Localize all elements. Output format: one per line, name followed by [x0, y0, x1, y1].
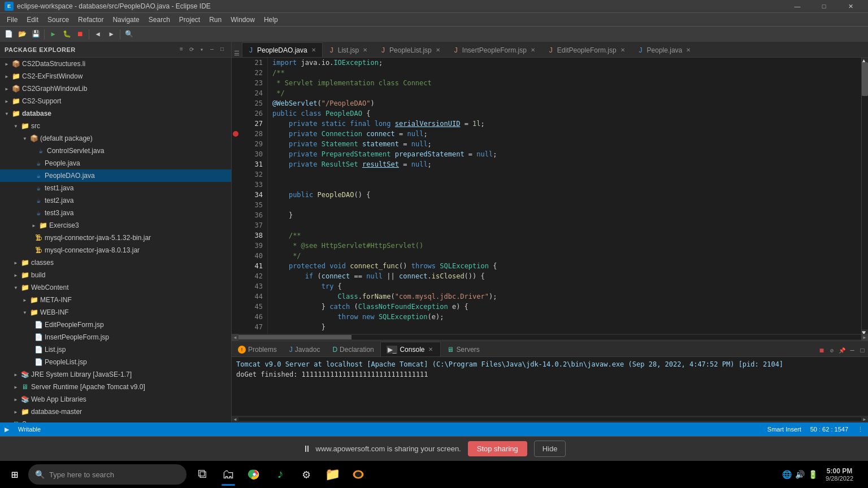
sidebar-item-cs2support[interactable]: ▶ 📁 CS2-Support — [0, 95, 231, 107]
maximize-panel-button[interactable]: □ — [858, 346, 867, 355]
sidebar-item-list[interactable]: 📄 List.jsp — [0, 343, 231, 356]
sidebar-item-database[interactable]: ▼ 📁 database — [0, 107, 231, 120]
horizontal-scrollbar[interactable]: ◀ ▶ — [232, 334, 868, 341]
stop-sharing-button[interactable]: Stop sharing — [468, 441, 527, 456]
sidebar-item-mysql5[interactable]: 🗜 mysql-connector-java-5.1.32-bin.jar — [0, 232, 231, 244]
sidebar-item-peopledao[interactable]: ☕ PeopleDAO.java — [0, 169, 231, 182]
sidebar-item-jre[interactable]: ▶ 📚 JRE System Library [JavaSE-1.7] — [0, 368, 231, 381]
link-with-editor-button[interactable]: ⟳ — [187, 45, 196, 54]
menu-refactor[interactable]: Refactor — [73, 14, 108, 26]
debug-button[interactable]: 🐛 — [60, 28, 73, 41]
scroll-left[interactable]: ◀ — [232, 334, 238, 341]
tab-peopledao[interactable]: J PeopleDAO.java ✕ — [242, 42, 323, 57]
code-content[interactable]: import java.io.IOException; /** * Servle… — [268, 58, 861, 334]
view-menu-button[interactable]: ▾ — [197, 45, 206, 54]
start-button[interactable]: ⊞ — [2, 462, 27, 487]
sidebar-item-mysql8[interactable]: 🗜 mysql-connector-java-8.0.13.jar — [0, 244, 231, 256]
minimize-button[interactable]: — — [784, 0, 810, 12]
panel-tab-problems[interactable]: ! Problems — [232, 342, 283, 356]
sidebar-item-exercise3[interactable]: ▶ 📁 Exercise3 — [0, 219, 231, 232]
spotify-app[interactable]: ♪ — [268, 462, 293, 487]
menu-navigate[interactable]: Navigate — [108, 14, 144, 26]
sidebar-content[interactable]: ▶ 📦 CS2DataStructures.li ▶ 📁 CS2-ExFirst… — [0, 58, 231, 422]
sidebar-item-insertpeople[interactable]: 📄 InsertPeopleForm.jsp — [0, 331, 231, 343]
explorer-app[interactable]: 🗂 — [216, 462, 241, 487]
minimize-panel-button[interactable]: — — [848, 346, 857, 355]
panel-scroll-left[interactable]: ◀ — [232, 417, 238, 422]
sidebar-item-server[interactable]: ▶ 🖥 Server Runtime [Apache Tomcat v9.0] — [0, 381, 231, 393]
scrollbar-track[interactable] — [862, 62, 868, 329]
menu-run[interactable]: Run — [205, 14, 226, 26]
sidebar-item-test3[interactable]: ☕ test3.java — [0, 207, 231, 219]
eclipse-app active[interactable] — [346, 462, 371, 487]
menu-help[interactable]: Help — [259, 14, 283, 26]
show-desktop-button[interactable] — [859, 462, 863, 487]
hide-button[interactable]: Hide — [534, 441, 566, 457]
vertical-scrollbar[interactable]: ▲ ▼ — [861, 58, 868, 334]
close-button[interactable]: ✕ — [837, 0, 863, 12]
tab-close-button[interactable]: ✕ — [434, 46, 442, 54]
sidebar-item-test1[interactable]: ☕ test1.java — [0, 182, 231, 194]
clear-console-button[interactable]: ⊘ — [827, 346, 836, 355]
stop-button[interactable]: ⏹ — [74, 28, 86, 41]
sidebar-item-webcontent[interactable]: ▼ 📁 WebContent — [0, 281, 231, 294]
run-button[interactable]: ▶ — [47, 28, 59, 41]
new-button[interactable]: 📄 — [2, 28, 15, 41]
menu-window[interactable]: Window — [226, 14, 259, 26]
stop-console-button[interactable]: ■ — [817, 346, 826, 355]
menu-project[interactable]: Project — [175, 14, 205, 26]
tab-close-button[interactable]: ✕ — [310, 46, 318, 54]
tab-close-button[interactable]: ✕ — [619, 46, 627, 54]
sidebar-item-src[interactable]: ▼ 📁 src — [0, 120, 231, 132]
sidebar-item-test2[interactable]: ☕ test2.java — [0, 194, 231, 207]
files-app[interactable]: 📁 — [320, 462, 345, 487]
sidebar-item-webapp-libs[interactable]: ▶ 📚 Web App Libraries — [0, 393, 231, 406]
sidebar-item-people[interactable]: ☕ People.java — [0, 157, 231, 169]
menu-search[interactable]: Search — [144, 14, 175, 26]
sidebar-item-database-master[interactable]: ▶ 📁 database-master — [0, 406, 231, 418]
panel-scroll-right[interactable]: ▶ — [861, 417, 868, 422]
tab-close-button[interactable]: ✕ — [361, 46, 369, 54]
minimize-view-button[interactable]: — — [207, 45, 216, 54]
scroll-right[interactable]: ▶ — [861, 334, 868, 341]
tab-close-button[interactable]: ✕ — [684, 46, 692, 54]
scrollbar-top[interactable]: ▲ — [862, 58, 868, 62]
panel-tab-servers[interactable]: 🖥 Servers — [441, 342, 485, 356]
settings-app[interactable]: ⚙ — [294, 462, 319, 487]
sidebar-item-peoplelist[interactable]: 📄 PeopleList.jsp — [0, 356, 231, 368]
scrollbar-thumb-h[interactable] — [238, 335, 351, 339]
sidebar-item-default-package[interactable]: ▼ 📦 (default package) — [0, 132, 231, 145]
clock-widget[interactable]: 5:00 PM 9/28/2022 — [822, 466, 857, 483]
taskview-button[interactable]: ⧉ — [190, 462, 215, 487]
tab-peoplelist[interactable]: J PeopleList.jsp ✕ — [374, 42, 447, 57]
scrollbar-bottom[interactable]: ▼ — [862, 329, 868, 334]
sidebar-item-cs2graph[interactable]: ▶ 📦 CS2GraphWindowLib — [0, 82, 231, 95]
maximize-button[interactable]: □ — [811, 0, 837, 12]
scrollbar-track-h[interactable] — [238, 335, 861, 339]
open-button[interactable]: 📂 — [16, 28, 28, 41]
tab-close-button[interactable]: ✕ — [529, 46, 537, 54]
menu-source[interactable]: Source — [43, 14, 73, 26]
code-editor[interactable]: 21 22 23 24 25 26 27 28 29 30 31 32 33 3… — [232, 58, 868, 334]
sidebar-item-webinf[interactable]: ▼ 📁 WEB-INF — [0, 306, 231, 319]
maximize-view-button[interactable]: □ — [218, 45, 227, 54]
tab-people[interactable]: J People.java ✕ — [632, 42, 698, 57]
sidebar-item-cs2datastructures[interactable]: ▶ 📦 CS2DataStructures.li — [0, 58, 231, 70]
back-button[interactable]: ◀ — [92, 28, 104, 41]
save-button[interactable]: 💾 — [29, 28, 42, 41]
menu-file[interactable]: File — [2, 14, 22, 26]
taskbar-search[interactable]: 🔍 Type here to search — [28, 464, 186, 485]
console-close-button[interactable]: ✕ — [427, 346, 435, 354]
sidebar-item-build[interactable]: ▶ 📁 build — [0, 269, 231, 281]
sidebar-item-servers[interactable]: ▶ 🖥 Servers — [0, 418, 231, 422]
tab-insertpeople[interactable]: J InsertPeopleForm.jsp ✕ — [447, 42, 542, 57]
panel-scrollbar-track[interactable] — [238, 417, 861, 421]
panel-horizontal-scrollbar[interactable]: ◀ ▶ — [232, 416, 868, 422]
sidebar-item-metainf[interactable]: ▶ 📁 META-INF — [0, 294, 231, 306]
search-toolbar-button[interactable]: 🔍 — [123, 28, 135, 41]
sidebar-item-classes[interactable]: ▶ 📁 classes — [0, 256, 231, 269]
panel-tab-javadoc[interactable]: J Javadoc — [283, 342, 327, 356]
collapse-all-button[interactable]: ≡ — [177, 45, 186, 54]
forward-button[interactable]: ▶ — [105, 28, 118, 41]
sidebar-item-editpeople[interactable]: 📄 EditPeopleForm.jsp — [0, 319, 231, 331]
